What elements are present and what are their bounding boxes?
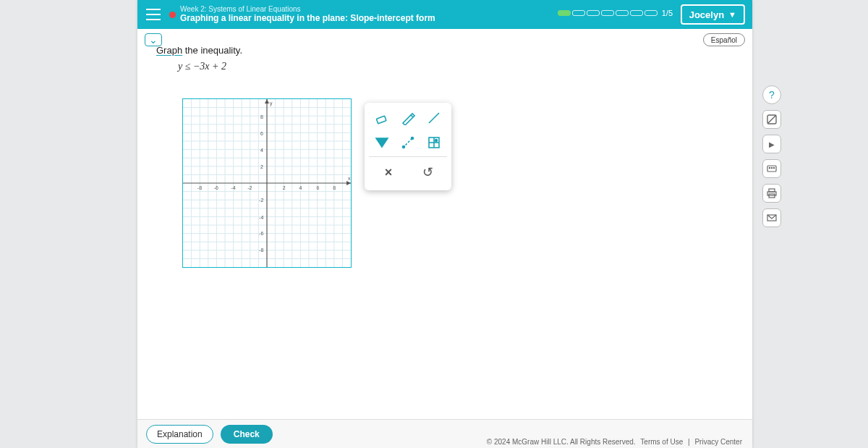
svg-point-59: [412, 138, 414, 140]
svg-point-67: [769, 167, 770, 168]
status-dot-icon: [169, 12, 176, 18]
print-button[interactable]: [762, 184, 781, 203]
language-button[interactable]: Español: [703, 33, 745, 46]
svg-text:6: 6: [316, 185, 319, 190]
svg-point-58: [403, 146, 405, 148]
legal-footer: © 2024 McGraw Hill LLC. All Rights Reser…: [137, 438, 752, 446]
video-button[interactable]: ▶: [762, 135, 781, 153]
svg-text:-4: -4: [259, 215, 263, 220]
svg-text:8: 8: [333, 185, 336, 190]
svg-text:-2: -2: [259, 198, 263, 203]
help-button[interactable]: ?: [762, 85, 781, 104]
progress-meter: 1/5: [558, 9, 673, 17]
mail-button[interactable]: [762, 208, 781, 227]
chevron-down-icon: ▼: [728, 10, 736, 19]
terms-link[interactable]: Terms of Use: [640, 438, 683, 446]
instruction-rest: the inequality.: [182, 45, 242, 56]
menu-icon[interactable]: [146, 9, 161, 20]
progress-segments: [558, 10, 658, 16]
svg-text:-2: -2: [247, 185, 252, 190]
svg-marker-56: [376, 138, 388, 147]
x-axis-label: x: [348, 176, 351, 181]
svg-text:-8: -8: [259, 248, 263, 253]
content-area: ⌄ Español Graph the inequality. y ≤ −3x …: [137, 29, 752, 418]
inequality-formula: y ≤ −3x + 2: [178, 61, 226, 72]
svg-text:4: 4: [299, 185, 302, 190]
user-menu-button[interactable]: Jocelyn ▼: [681, 4, 745, 25]
app-window: Week 2: Systems of Linear Equations Grap…: [137, 0, 752, 448]
svg-text:2: 2: [283, 185, 286, 190]
pencil-tool[interactable]: [397, 107, 419, 129]
svg-marker-37: [265, 99, 269, 103]
clear-button[interactable]: ×: [378, 161, 399, 183]
progress-text: 1/5: [662, 9, 673, 17]
svg-point-68: [771, 167, 772, 168]
undo-button[interactable]: ↺: [417, 161, 438, 183]
svg-point-69: [773, 167, 774, 168]
page-title: Graphing a linear inequality in the plan…: [180, 14, 435, 24]
instruction-verb: Graph: [156, 45, 182, 56]
svg-text:-6: -6: [259, 231, 263, 236]
line-tool[interactable]: [423, 107, 445, 129]
y-axis-label: y: [270, 101, 273, 106]
point-grid-tool[interactable]: [423, 132, 445, 153]
eraser-tool[interactable]: [371, 107, 393, 129]
svg-rect-54: [376, 116, 386, 124]
title-block: Week 2: Systems of Linear Equations Grap…: [180, 5, 435, 23]
copyright-text: © 2024 McGraw Hill LLC. All Rights Reser…: [487, 438, 636, 446]
fill-region-tool[interactable]: [371, 132, 393, 153]
chevron-down-icon: ⌄: [149, 34, 158, 46]
keyboard-button[interactable]: [762, 159, 781, 178]
top-bar: Week 2: Systems of Linear Equations Grap…: [137, 0, 752, 29]
privacy-link[interactable]: Privacy Center: [694, 438, 742, 446]
svg-text:4: 4: [260, 148, 263, 153]
instruction-text: Graph the inequality.: [156, 45, 242, 56]
calculator-button[interactable]: [762, 110, 781, 129]
svg-marker-36: [346, 181, 351, 185]
svg-point-63: [435, 140, 438, 142]
svg-rect-70: [769, 189, 775, 192]
graph-canvas[interactable]: x y -8-6-4-2 2468 8642 -2-4-6-8: [182, 98, 352, 268]
svg-text:-4: -4: [231, 185, 235, 190]
svg-text:-8: -8: [197, 185, 202, 190]
svg-line-55: [429, 113, 439, 123]
svg-text:6: 6: [260, 131, 263, 136]
svg-line-65: [767, 115, 776, 124]
svg-text:2: 2: [260, 164, 263, 169]
svg-text:-6: -6: [214, 185, 218, 190]
svg-text:8: 8: [260, 114, 263, 119]
drawing-toolbox: × ↺: [365, 103, 451, 190]
dashed-line-tool[interactable]: [397, 132, 419, 153]
user-name: Jocelyn: [689, 9, 724, 20]
side-toolbar: ? ▶: [762, 85, 781, 227]
